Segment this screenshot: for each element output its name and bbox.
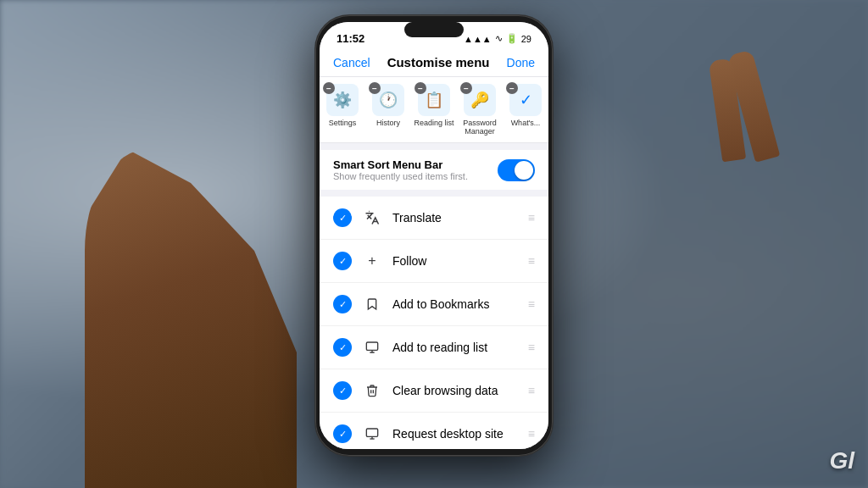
drag-clear-icon: ≡ — [528, 384, 535, 397]
whats-label: What's... — [511, 119, 541, 127]
bookmark-icon — [360, 292, 384, 316]
hand-left — [85, 149, 297, 488]
icon-whats[interactable]: − ✓ What's... — [503, 84, 548, 136]
fingers-overlay — [665, 51, 766, 305]
desktop-site-label: Request desktop site — [392, 427, 520, 441]
smart-sort-subtitle: Show frequently used items first. — [333, 171, 468, 181]
remove-whats-icon[interactable]: − — [506, 82, 518, 94]
battery-icon: 🔋 — [506, 33, 518, 44]
drag-desktop-icon: ≡ — [528, 427, 535, 441]
drag-translate-icon: ≡ — [528, 211, 535, 225]
smart-sort-text: Smart Sort Menu Bar Show frequently used… — [333, 158, 468, 181]
check-clear-data: ✓ — [333, 381, 352, 400]
settings-label: Settings — [329, 119, 357, 127]
menu-item-follow[interactable]: ✓ + Follow ≡ — [320, 240, 548, 283]
dynamic-island — [404, 22, 464, 37]
status-icons: ▲▲▲ ∿ 🔋 29 — [464, 33, 531, 44]
smart-sort-toggle[interactable] — [498, 159, 535, 181]
svg-rect-0 — [366, 342, 377, 350]
translate-icon — [360, 206, 384, 230]
menu-list: ✓ Translate ≡ ✓ + Follow ≡ ✓ — [320, 197, 548, 449]
reading-list-add-label: Add to reading list — [392, 341, 520, 354]
watermark: Gl — [829, 447, 854, 474]
check-translate: ✓ — [333, 208, 352, 227]
smart-sort-title: Smart Sort Menu Bar — [333, 158, 468, 171]
check-bookmarks: ✓ — [333, 295, 352, 313]
scene: 11:52 ▲▲▲ ∿ 🔋 29 Cancel Customise menu D… — [0, 0, 868, 488]
smart-sort-row: Smart Sort Menu Bar Show frequently used… — [320, 150, 548, 190]
check-reading-list: ✓ — [333, 338, 352, 357]
drag-bookmarks-icon: ≡ — [528, 297, 535, 311]
done-button[interactable]: Done — [507, 56, 535, 69]
menu-item-reading-list[interactable]: ✓ Add to reading list ≡ — [320, 326, 548, 369]
remove-reading-icon[interactable]: − — [415, 82, 426, 94]
battery-level: 29 — [521, 34, 531, 44]
phone-frame: 11:52 ▲▲▲ ∿ 🔋 29 Cancel Customise menu D… — [315, 15, 553, 456]
bookmarks-label: Add to Bookmarks — [392, 297, 520, 311]
history-label: History — [376, 119, 400, 127]
drag-follow-icon: ≡ — [528, 254, 535, 268]
icon-history[interactable]: − 🕐 History — [365, 84, 411, 136]
translate-label: Translate — [392, 211, 520, 225]
check-desktop-site: ✓ — [333, 424, 352, 443]
icon-settings[interactable]: − ⚙️ Settings — [320, 84, 365, 136]
icon-reading-list[interactable]: − 📋 Reading list — [411, 84, 457, 136]
drag-reading-icon: ≡ — [528, 341, 535, 354]
password-label: Password Manager — [457, 119, 503, 136]
wifi-icon: ∿ — [495, 33, 503, 44]
follow-label: Follow — [392, 254, 520, 268]
menu-item-translate[interactable]: ✓ Translate ≡ — [320, 197, 548, 240]
desktop-icon — [360, 422, 384, 446]
signal-icon: ▲▲▲ — [464, 34, 492, 44]
reading-list-add-icon — [360, 336, 384, 359]
icon-password-manager[interactable]: − 🔑 Password Manager — [457, 84, 503, 136]
icons-row: − ⚙️ Settings − 🕐 History − 📋 Reading li… — [320, 77, 548, 143]
status-time: 11:52 — [337, 32, 364, 45]
remove-history-icon[interactable]: − — [369, 82, 381, 94]
remove-settings-icon[interactable]: − — [323, 82, 335, 94]
menu-item-desktop-site[interactable]: ✓ Request desktop site ≡ — [320, 413, 548, 449]
reading-list-label: Reading list — [414, 119, 453, 127]
clear-data-label: Clear browsing data — [392, 384, 520, 397]
nav-title: Customise menu — [387, 55, 490, 69]
phone-screen: 11:52 ▲▲▲ ∿ 🔋 29 Cancel Customise menu D… — [320, 22, 548, 449]
cancel-button[interactable]: Cancel — [333, 56, 370, 69]
check-follow: ✓ — [333, 252, 352, 270]
remove-password-icon[interactable]: − — [460, 82, 472, 94]
menu-item-bookmarks[interactable]: ✓ Add to Bookmarks ≡ — [320, 283, 548, 326]
follow-icon: + — [360, 249, 384, 273]
menu-item-clear-data[interactable]: ✓ Clear browsing data ≡ — [320, 369, 548, 413]
trash-icon — [360, 379, 384, 402]
svg-rect-3 — [366, 429, 377, 436]
nav-bar: Cancel Customise menu Done — [320, 48, 548, 77]
